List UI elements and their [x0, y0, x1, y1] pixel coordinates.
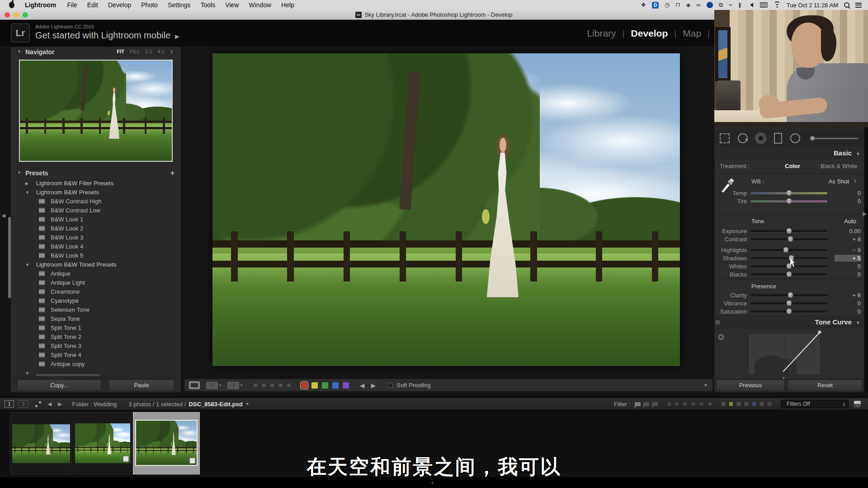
- toolbar-options-dropdown-icon[interactable]: ▼: [703, 383, 708, 388]
- color-label-red[interactable]: [301, 382, 307, 389]
- brush-size-slider[interactable]: [810, 138, 858, 139]
- filmstrip-source-dropdown-icon[interactable]: ▼: [245, 402, 250, 406]
- collapse-icon[interactable]: ▼: [25, 188, 29, 197]
- filmstrip-back-arrow-icon[interactable]: ◀: [47, 401, 52, 407]
- clarity-value[interactable]: + 6: [835, 292, 861, 299]
- preset-item[interactable]: B&W Contrast Low: [11, 206, 181, 215]
- exposure-value[interactable]: 0.00: [835, 228, 861, 235]
- tone-curve-collapse-icon[interactable]: ▼: [856, 320, 860, 325]
- wb-value[interactable]: As Shot: [828, 178, 849, 185]
- folder-breadcrumb[interactable]: Folder : Wedding: [72, 401, 117, 408]
- before-after-tb-icon[interactable]: [227, 382, 239, 389]
- status-dot-icon[interactable]: [707, 2, 713, 8]
- temp-value[interactable]: 0: [835, 190, 861, 197]
- preset-group-clipped[interactable]: ▼: [11, 369, 181, 376]
- navigator-zoom-fill[interactable]: FILL: [130, 49, 140, 54]
- star-icon[interactable]: ★: [682, 400, 688, 408]
- filter-toggle-switch[interactable]: [854, 401, 861, 408]
- before-after-lr-icon[interactable]: [206, 382, 218, 389]
- graduated-filter-tool-icon[interactable]: [774, 133, 782, 144]
- vibrance-slider-knob[interactable]: [787, 300, 792, 306]
- second-window-button[interactable]: 2: [19, 400, 28, 408]
- radial-filter-tool-icon[interactable]: [790, 133, 800, 143]
- vibrance-slider[interactable]: [750, 302, 827, 305]
- clarity-slider-knob[interactable]: [788, 292, 793, 298]
- filter-color-chip-2[interactable]: [729, 402, 733, 406]
- preset-item[interactable]: Cyanotype: [11, 296, 181, 305]
- navigator-zoom-stepper-icon[interactable]: ⇕: [170, 49, 174, 54]
- menu-view[interactable]: View: [220, 1, 244, 9]
- star-icon[interactable]: ★: [707, 400, 713, 408]
- preset-group[interactable]: ▶Lightroom B&W Filter Presets: [11, 179, 181, 188]
- previous-photo-arrow-icon[interactable]: ◀: [360, 382, 365, 389]
- previous-button[interactable]: Previous: [716, 380, 785, 391]
- keyboard-layout-icon[interactable]: [760, 2, 768, 8]
- filmstrip-forward-arrow-icon[interactable]: ▶: [58, 401, 62, 407]
- menu-lightroom[interactable]: Lightroom: [20, 1, 62, 9]
- menu-window[interactable]: Window: [244, 1, 276, 9]
- preset-item[interactable]: Split Tone 1: [11, 324, 181, 333]
- menu-settings[interactable]: Settings: [163, 1, 196, 9]
- blacks-value[interactable]: 0: [835, 271, 861, 278]
- flag-pick-icon[interactable]: [636, 402, 641, 406]
- treatment-black-white[interactable]: Black & White: [821, 163, 857, 169]
- duet-icon[interactable]: D: [652, 2, 659, 9]
- filter-color-chip-1[interactable]: [721, 402, 726, 406]
- stars-threshold-label[interactable]: ≥: [668, 401, 671, 407]
- star-icon[interactable]: ★: [277, 381, 283, 389]
- right-panel-collapse-arrow[interactable]: ▶: [863, 211, 867, 217]
- copy-button[interactable]: Copy...: [17, 380, 101, 391]
- star-icon[interactable]: ★: [674, 400, 679, 408]
- reset-button[interactable]: Reset: [788, 380, 863, 391]
- tone-curve-header[interactable]: Tone Curve ▼: [714, 318, 864, 328]
- notification-center-icon[interactable]: [855, 3, 862, 8]
- contrast-value[interactable]: + 8: [835, 236, 861, 243]
- preset-item[interactable]: Split Tone 2: [11, 333, 181, 342]
- presets-disclosure-icon[interactable]: ▼: [17, 170, 21, 175]
- navigator-preview[interactable]: [19, 60, 173, 162]
- filter-color-chip-4[interactable]: [744, 402, 749, 406]
- main-photo[interactable]: [212, 53, 680, 366]
- blacks-slider-knob[interactable]: [787, 272, 792, 277]
- preset-item[interactable]: B&W Look 2: [11, 224, 181, 233]
- shadows-value[interactable]: + 5: [835, 255, 861, 262]
- highlights-slider[interactable]: [750, 249, 827, 251]
- preset-group[interactable]: ▼Lightroom B&W Toned Presets: [11, 260, 181, 269]
- filter-color-chip-5[interactable]: [752, 402, 756, 406]
- exposure-slider-knob[interactable]: [787, 228, 792, 234]
- contrast-slider[interactable]: [750, 238, 827, 240]
- notes-app-icon[interactable]: ⊓: [675, 0, 680, 10]
- flag-reject-icon[interactable]: [653, 402, 658, 406]
- identity-tagline[interactable]: Get started with Lightroom mobile▶: [35, 30, 179, 41]
- preset-item[interactable]: B&W Look 3: [11, 233, 181, 242]
- zoom-window-button[interactable]: [23, 12, 28, 18]
- presets-header[interactable]: ▼ Presets +: [11, 168, 181, 178]
- red-eye-tool-icon[interactable]: [755, 132, 767, 144]
- contrast-slider-knob[interactable]: [788, 236, 793, 242]
- dropbox-icon[interactable]: ❖: [641, 0, 646, 10]
- navigator-header[interactable]: ▼ Navigator FITFILL1:14:1⇕: [11, 47, 181, 57]
- filter-color-chip-7[interactable]: [767, 402, 772, 406]
- bolt-icon[interactable]: ⌁: [729, 0, 732, 10]
- vibrance-value[interactable]: 0: [835, 300, 861, 307]
- treatment-color[interactable]: Color: [785, 163, 800, 169]
- preset-item[interactable]: B&W Look 5: [11, 251, 181, 260]
- auto-button[interactable]: Auto: [844, 218, 856, 225]
- basic-collapse-icon[interactable]: ▼: [856, 151, 860, 156]
- filter-color-chip-6[interactable]: [760, 402, 764, 406]
- preset-item[interactable]: Antique: [11, 269, 181, 278]
- preset-item[interactable]: Creamtone: [11, 287, 181, 296]
- pen-app-icon[interactable]: ◈: [686, 0, 691, 10]
- star-icon[interactable]: ★: [260, 381, 267, 389]
- grid-view-icon[interactable]: [35, 401, 41, 407]
- main-window-button[interactable]: 1: [5, 400, 14, 408]
- module-tab-library[interactable]: Library: [587, 28, 616, 39]
- color-label-yellow[interactable]: [311, 382, 318, 389]
- tint-slider-knob[interactable]: [787, 198, 792, 204]
- tone-curve-graph[interactable]: [748, 333, 821, 375]
- blacks-slider[interactable]: [750, 273, 827, 276]
- flag-unflagged-icon[interactable]: [644, 402, 649, 406]
- apple-menu-icon[interactable]: [9, 2, 14, 8]
- left-panel-collapse-arrow[interactable]: ◀: [1, 212, 5, 219]
- basic-panel-header[interactable]: Basic ▼: [714, 149, 864, 159]
